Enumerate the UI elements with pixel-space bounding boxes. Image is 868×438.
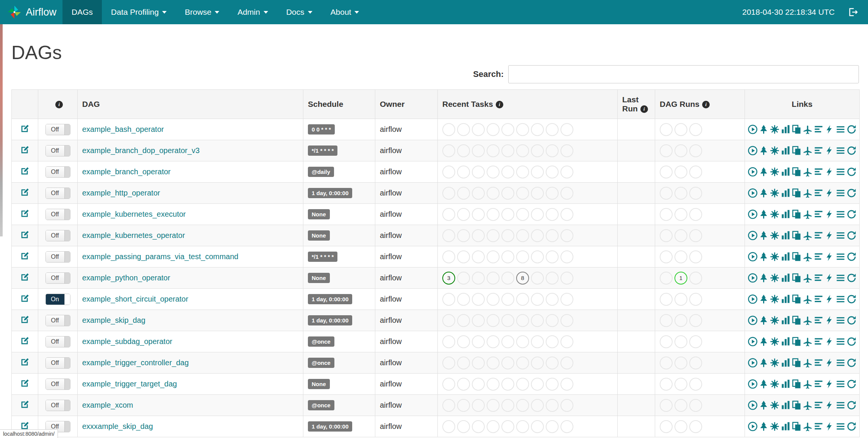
tree-view-icon[interactable] (759, 124, 769, 135)
dag-run-circle[interactable] (689, 208, 702, 221)
log-icon[interactable] (835, 145, 846, 156)
dag-link[interactable]: exxxample_skip_dag (82, 422, 153, 430)
edit-dag-icon[interactable] (20, 357, 30, 367)
recent-task-circle[interactable] (501, 187, 514, 200)
code-view-icon[interactable] (824, 379, 835, 389)
dag-run-circle[interactable] (660, 187, 673, 200)
recent-task-circle[interactable] (560, 123, 573, 136)
recent-task-circle[interactable] (546, 399, 559, 412)
dag-link[interactable]: example_http_operator (82, 189, 160, 197)
recent-task-circle[interactable] (457, 208, 470, 221)
task-duration-icon[interactable] (781, 379, 791, 389)
recent-task-circle[interactable] (487, 144, 500, 157)
dag-run-circle[interactable] (674, 250, 687, 263)
landing-times-icon[interactable] (802, 358, 813, 368)
dag-run-circle[interactable] (674, 399, 687, 412)
dag-pause-toggle[interactable]: Off (45, 145, 70, 156)
recent-task-circle[interactable] (487, 272, 500, 285)
dag-link[interactable]: example_subdag_operator (82, 337, 172, 346)
task-duration-icon[interactable] (781, 188, 791, 198)
refresh-icon[interactable] (846, 400, 857, 410)
code-view-icon[interactable] (824, 421, 835, 432)
gantt-view-icon[interactable] (813, 167, 824, 177)
dag-run-circle[interactable] (689, 399, 702, 412)
recent-task-circle[interactable] (516, 208, 529, 221)
dag-run-circle[interactable] (660, 144, 673, 157)
code-view-icon[interactable] (824, 315, 835, 325)
dag-run-circle[interactable] (689, 250, 702, 263)
edit-dag-icon[interactable] (20, 230, 30, 240)
recent-task-circle[interactable] (472, 335, 485, 348)
dag-pause-toggle[interactable]: Off (45, 379, 70, 390)
gantt-view-icon[interactable] (813, 379, 824, 389)
log-icon[interactable] (835, 252, 846, 262)
recent-task-circle[interactable] (560, 314, 573, 327)
trigger-dag-icon[interactable] (748, 294, 758, 304)
landing-times-icon[interactable] (802, 188, 813, 198)
recent-task-circle[interactable] (516, 335, 529, 348)
trigger-dag-icon[interactable] (748, 252, 758, 262)
recent-task-circle[interactable] (501, 357, 514, 369)
recent-task-circle[interactable] (457, 187, 470, 200)
recent-task-circle[interactable] (472, 420, 485, 433)
trigger-dag-icon[interactable] (748, 336, 758, 347)
dag-run-circle[interactable] (660, 335, 673, 348)
recent-task-circle[interactable] (457, 399, 470, 412)
trigger-dag-icon[interactable] (748, 209, 758, 219)
recent-task-circle[interactable] (516, 357, 529, 369)
recent-task-circle[interactable] (546, 357, 559, 369)
gantt-view-icon[interactable] (813, 421, 824, 432)
refresh-icon[interactable] (846, 230, 857, 241)
dag-link[interactable]: example_branch_dop_operator_v3 (82, 146, 200, 155)
tree-view-icon[interactable] (759, 230, 769, 241)
recent-task-circle[interactable] (487, 250, 500, 263)
recent-task-circle[interactable] (442, 229, 455, 242)
landing-times-icon[interactable] (802, 230, 813, 241)
recent-task-circle[interactable] (442, 208, 455, 221)
graph-view-icon[interactable] (770, 145, 780, 156)
task-tries-icon[interactable] (792, 358, 802, 368)
recent-task-circle[interactable] (516, 144, 529, 157)
recent-task-circle[interactable] (531, 314, 544, 327)
edit-dag-icon[interactable] (20, 314, 30, 325)
task-duration-icon[interactable] (781, 336, 791, 347)
dag-link[interactable]: example_kubernetes_executor (82, 210, 186, 218)
landing-times-icon[interactable] (802, 336, 813, 347)
log-icon[interactable] (835, 400, 846, 410)
dag-run-circle[interactable] (689, 229, 702, 242)
landing-times-icon[interactable] (802, 209, 813, 219)
dag-pause-toggle[interactable]: Off (45, 166, 70, 178)
landing-times-icon[interactable] (802, 124, 813, 135)
recent-task-circle[interactable] (457, 123, 470, 136)
code-view-icon[interactable] (824, 358, 835, 368)
dag-run-circle[interactable] (660, 357, 673, 369)
recent-task-circle[interactable]: 8 (516, 272, 529, 285)
dag-link[interactable]: example_xcom (82, 401, 133, 409)
recent-task-circle[interactable] (487, 229, 500, 242)
recent-task-circle[interactable] (457, 272, 470, 285)
graph-view-icon[interactable] (770, 209, 780, 219)
dag-pause-toggle[interactable]: Off (45, 315, 70, 326)
trigger-dag-icon[interactable] (748, 230, 758, 241)
dag-run-circle[interactable] (689, 335, 702, 348)
recent-task-circle[interactable] (472, 250, 485, 263)
nav-item-data-profiling[interactable]: Data Profiling (102, 0, 176, 24)
graph-view-icon[interactable] (770, 315, 780, 325)
recent-task-circle[interactable] (487, 123, 500, 136)
recent-task-circle[interactable] (472, 314, 485, 327)
dag-run-circle[interactable] (660, 293, 673, 306)
trigger-dag-icon[interactable] (748, 358, 758, 368)
dag-run-circle[interactable] (689, 272, 702, 285)
task-duration-icon[interactable] (781, 421, 791, 432)
edit-dag-icon[interactable] (20, 272, 30, 282)
recent-task-circle[interactable] (487, 420, 500, 433)
task-tries-icon[interactable] (792, 145, 802, 156)
recent-task-circle[interactable] (560, 187, 573, 200)
recent-task-circle[interactable] (472, 144, 485, 157)
recent-task-circle[interactable] (546, 250, 559, 263)
dag-run-circle[interactable] (674, 335, 687, 348)
log-icon[interactable] (835, 421, 846, 432)
refresh-icon[interactable] (846, 294, 857, 304)
recent-task-circle[interactable] (487, 166, 500, 178)
nav-item-about[interactable]: About (322, 0, 368, 24)
